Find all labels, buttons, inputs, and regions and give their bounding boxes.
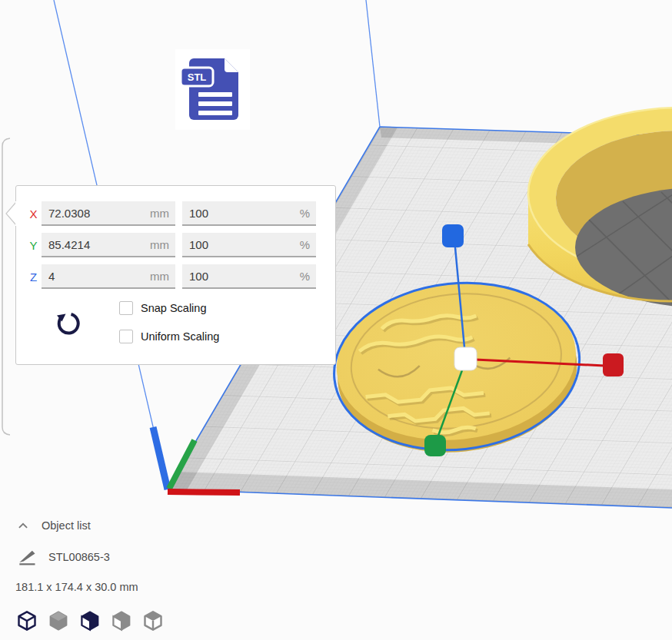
scale-gizmo-handle-x[interactable] [603,353,624,376]
axis-x-label: X [25,207,42,221]
reset-rotate-icon [53,307,84,340]
toolbar-panel-edge [2,138,10,435]
scale-row-y: Y mm % [25,233,323,257]
uniform-scaling-label: Uniform Scaling [141,330,219,343]
snap-scaling-label: Snap Scaling [141,302,206,314]
scale-x-mm-field: mm [42,201,175,226]
scale-y-mm-input[interactable] [42,233,175,256]
object-list-panel: Object list STL00865-3 181.1 x 174.4 x 3… [0,519,323,632]
scale-z-mm-input[interactable] [42,264,175,287]
scale-z-percent-field: % [182,264,316,289]
scale-tool-panel: X mm % Y mm % Z mm % [15,185,336,365]
object-name: STL00865-3 [48,551,110,563]
scale-y-percent-field: % [182,233,316,257]
object-list-item[interactable]: STL00865-3 [0,549,323,565]
view-options-row [15,610,323,632]
scale-gizmo-handle-z[interactable] [442,224,464,247]
object-list-title: Object list [42,519,91,532]
cube-half-dark-icon[interactable] [78,610,101,632]
scale-x-percent-field: % [182,201,316,226]
cube-face-gray-icon[interactable] [110,610,133,632]
scale-z-mm-field: mm [42,264,175,289]
scale-row-z: Z mm % [25,264,323,289]
snap-scaling-checkbox[interactable] [119,301,133,315]
scale-row-x: X mm % [25,201,323,226]
reset-scale-button[interactable] [53,307,96,358]
scale-x-percent-input[interactable] [182,201,316,224]
scale-z-percent-input[interactable] [182,264,316,287]
file-type-label: STL [188,71,207,83]
panel-pointer-notch [5,201,17,226]
cube-solid-icon[interactable] [47,610,70,632]
scale-gizmo-center-handle[interactable] [454,347,477,370]
pencil-icon [17,549,36,565]
axis-z-label: Z [25,270,42,284]
stl-file-icon[interactable]: STL [175,49,250,130]
collapse-chevron-icon[interactable] [17,520,29,531]
axis-y-label: Y [25,239,42,252]
scale-gizmo-handle-y[interactable] [424,435,446,456]
scale-x-mm-input[interactable] [42,201,175,224]
cube-open-gray-icon[interactable] [141,610,165,632]
object-dimensions: 181.1 x 174.4 x 30.0 mm [15,581,323,593]
scale-y-mm-field: mm [42,233,175,257]
uniform-scaling-checkbox[interactable] [119,330,133,343]
cube-wireframe-icon[interactable] [15,610,38,632]
scale-y-percent-input[interactable] [182,233,316,256]
